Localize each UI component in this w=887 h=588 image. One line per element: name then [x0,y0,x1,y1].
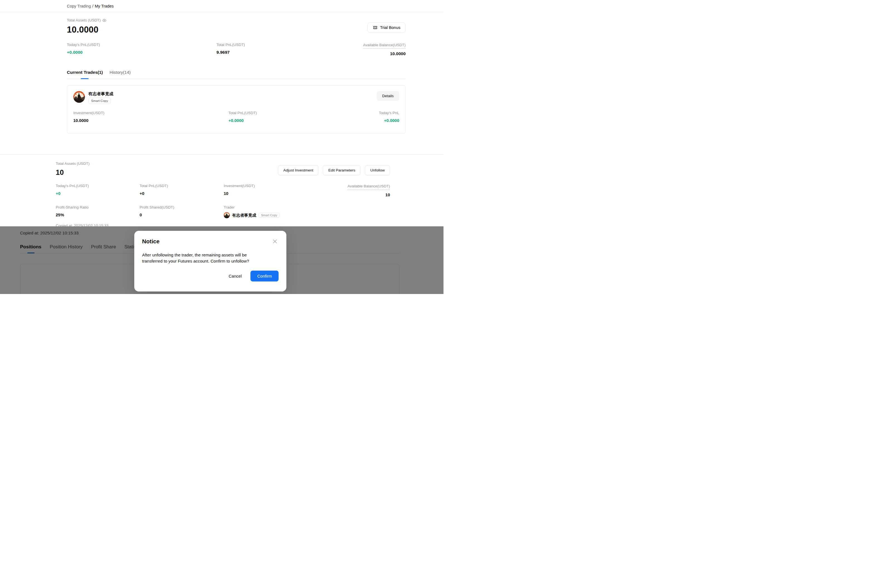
unfollow-button[interactable]: Unfollow [365,165,390,176]
trader-name: 有志者事竟成 [88,91,113,96]
trial-bonus-button[interactable]: Trial Bonus [367,22,406,33]
detail-available-balance-label[interactable]: Available Balance(USDT) [347,184,390,190]
total-pnl-label: Total PnL(USDT) [216,42,363,47]
active-tab-indicator [81,78,89,79]
card-todays-pnl-value: +0.0000 [379,118,399,123]
copy-trading-page: Copy Trading / My Trades Total Assets (U… [0,0,444,294]
notice-modal: Notice After unfollowing the trader, the… [134,231,286,291]
detail-total-pnl-value: +0 [140,191,224,196]
trades-tabs: Current Trades(1) History(14) [67,69,406,79]
trader-avatar [73,91,85,103]
available-balance-value: 10.0000 [363,51,406,57]
profit-shared: Profit Shared(USDT) 0 [140,205,224,218]
breadcrumb: Copy Trading / My Trades [0,0,444,12]
card-total-pnl-stat: Total PnL(USDT) +0.0000 [229,111,379,123]
details-button[interactable]: Details [377,91,399,101]
card-investment-value: 10.0000 [73,118,229,123]
detail-available-balance-value: 10 [347,192,390,198]
detail-actions: Adjust Investment Edit Parameters Unfoll… [278,165,390,176]
adjust-investment-button[interactable]: Adjust Investment [278,165,319,176]
available-balance-label[interactable]: Available Balance(USDT) [363,43,406,49]
detail-investment: Investment(USDT) 10 [224,183,347,198]
card-investment-label: Investment(USDT) [73,111,229,116]
profit-sharing-ratio: Profit-Sharing Ratio 25% [56,205,140,218]
detail-investment-value: 10 [224,191,347,196]
breadcrumb-separator: / [92,4,93,8]
modal-close-button[interactable] [271,238,278,245]
card-investment-stat: Investment(USDT) 10.0000 [73,111,229,123]
trader-label: Trader [224,205,390,210]
cancel-button[interactable]: Cancel [223,271,247,281]
trial-bonus-label: Trial Bonus [380,26,400,30]
total-pnl-stat: Total PnL(USDT) 9.9697 [216,42,363,57]
detail-smart-copy-badge: Smart Copy [259,213,280,218]
detail-todays-pnl-label: Today's PnL(USDT) [56,183,140,189]
available-balance-stat: Available Balance(USDT) 10.0000 [363,42,406,57]
tab-history[interactable]: History(14) [110,69,131,75]
eye-icon[interactable] [102,18,107,22]
card-todays-pnl-label: Today's PnL [379,111,399,116]
trader-avatar-small [224,212,230,218]
card-total-pnl-value: +0.0000 [229,118,379,123]
total-pnl-value: 9.9697 [216,50,363,55]
summary-stats-row: Today's PnL(USDT) +0.0000 Total PnL(USDT… [67,42,406,57]
card-total-pnl-label: Total PnL(USDT) [229,111,379,116]
breadcrumb-my-trades: My Trades [95,4,114,8]
todays-pnl-value: +0.0000 [67,50,216,55]
profit-shared-value: 0 [140,212,224,218]
confirm-button[interactable]: Confirm [250,271,278,282]
edit-parameters-button[interactable]: Edit Parameters [323,165,361,176]
detail-available-balance: Available Balance(USDT) 10 [347,183,390,198]
modal-title: Notice [142,238,159,245]
total-assets-value: 10.0000 [67,24,406,35]
followed-trader-detail: Total Assets (USDT) 10 Adjust Investment… [0,154,444,228]
total-assets-label: Total Assets (USDT) [67,18,101,23]
detail-stats-row-2: Profit-Sharing Ratio 25% Profit Shared(U… [56,205,390,218]
detail-total-pnl-label: Total PnL(USDT) [140,183,224,189]
tabs-divider [67,79,406,79]
card-stats-row: Investment(USDT) 10.0000 Total PnL(USDT)… [73,111,399,123]
detail-investment-label: Investment(USDT) [224,183,347,189]
detail-trader-name[interactable]: 有志者事竟成 [232,213,256,218]
profit-sharing-ratio-value: 25% [56,212,140,218]
breadcrumb-copy-trading[interactable]: Copy Trading [67,4,91,8]
detail-total-pnl: Total PnL(USDT) +0 [140,183,224,198]
profit-sharing-ratio-label: Profit-Sharing Ratio [56,205,140,210]
ticket-icon [373,25,378,30]
profit-shared-label: Profit Shared(USDT) [140,205,224,210]
copy-trade-card: 有志者事竟成 Smart Copy Details Investment(USD… [67,85,406,134]
todays-pnl-stat: Today's PnL(USDT) +0.0000 [67,42,216,57]
my-trades-summary: Total Assets (USDT) 10.0000 Trial Bonus … [0,12,444,134]
close-icon [272,238,278,244]
card-todays-pnl-stat: Today's PnL +0.0000 [379,111,399,123]
modal-message: After unfollowing the trader, the remain… [142,252,261,264]
smart-copy-badge: Smart Copy [88,98,111,104]
detail-stats-row-1: Today's PnL(USDT) +0 Total PnL(USDT) +0 … [56,183,390,198]
todays-pnl-label: Today's PnL(USDT) [67,42,216,47]
tab-current-trades[interactable]: Current Trades(1) [67,69,103,75]
trader-cell-wrap: Trader 有志者事竟成 Smart Copy [224,205,390,218]
detail-todays-pnl: Today's PnL(USDT) +0 [56,183,140,198]
detail-todays-pnl-value: +0 [56,191,140,196]
